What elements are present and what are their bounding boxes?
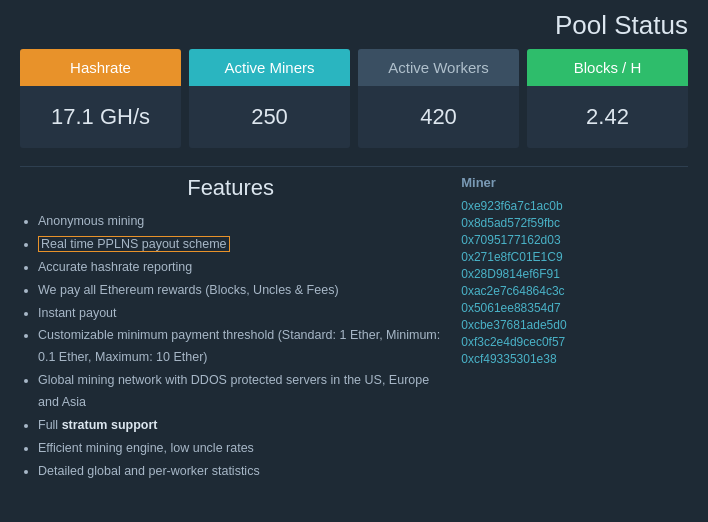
feature-item-8: Efficient mining engine, low uncle rates [38,438,441,460]
feature-bold-7: stratum support [62,418,158,432]
stat-card-header-blocks-h: Blocks / H [527,49,688,86]
stat-card-blocks-h: Blocks / H 2.42 [527,49,688,148]
stat-card-value-blocks-h: 2.42 [527,86,688,148]
feature-item-3: We pay all Ethereum rewards (Blocks, Unc… [38,280,441,302]
stats-cards: Hashrate 17.1 GH/s Active Miners 250 Act… [20,49,688,148]
pool-status-section: Pool Status Hashrate 17.1 GH/s Active Mi… [0,0,708,158]
feature-item-9: Detailed global and per-worker statistic… [38,461,441,483]
miner-address-7[interactable]: 0xcbe37681ade5d0 [461,318,688,332]
miner-address-5[interactable]: 0xac2e7c64864c3c [461,284,688,298]
miners-links: 0xe923f6a7c1ac0b0x8d5ad572f59fbc0x709517… [461,199,688,366]
stat-card-value-hashrate: 17.1 GH/s [20,86,181,148]
feature-link-1[interactable]: Real time PPLNS payout scheme [38,236,230,252]
feature-item-5: Customizable minimum payment threshold (… [38,325,441,369]
bottom-section: Features Anonymous miningReal time PPLNS… [0,175,708,484]
stat-card-header-active-miners: Active Miners [189,49,350,86]
stat-card-header-hashrate: Hashrate [20,49,181,86]
feature-item-7: Full stratum support [38,415,441,437]
stat-card-header-active-workers: Active Workers [358,49,519,86]
pool-status-title: Pool Status [20,10,688,41]
feature-item-6: Global mining network with DDOS protecte… [38,370,441,414]
miner-address-0[interactable]: 0xe923f6a7c1ac0b [461,199,688,213]
feature-item-1[interactable]: Real time PPLNS payout scheme [38,234,441,256]
miners-column: Miner 0xe923f6a7c1ac0b0x8d5ad572f59fbc0x… [461,175,688,484]
miner-address-6[interactable]: 0x5061ee88354d7 [461,301,688,315]
features-column: Features Anonymous miningReal time PPLNS… [20,175,441,484]
feature-item-2: Accurate hashrate reporting [38,257,441,279]
stat-card-active-miners: Active Miners 250 [189,49,350,148]
miner-address-4[interactable]: 0x28D9814ef6F91 [461,267,688,281]
stat-card-hashrate: Hashrate 17.1 GH/s [20,49,181,148]
miner-address-8[interactable]: 0xf3c2e4d9cec0f57 [461,335,688,349]
feature-item-0: Anonymous mining [38,211,441,233]
stat-card-active-workers: Active Workers 420 [358,49,519,148]
feature-item-4: Instant payout [38,303,441,325]
stat-card-value-active-miners: 250 [189,86,350,148]
features-title: Features [20,175,441,201]
section-divider [20,166,688,167]
miner-address-2[interactable]: 0x7095177162d03 [461,233,688,247]
features-list: Anonymous miningReal time PPLNS payout s… [20,211,441,483]
miner-address-3[interactable]: 0x271e8fC01E1C9 [461,250,688,264]
miner-address-9[interactable]: 0xcf49335301e38 [461,352,688,366]
miner-address-1[interactable]: 0x8d5ad572f59fbc [461,216,688,230]
miners-header: Miner [461,175,688,193]
stat-card-value-active-workers: 420 [358,86,519,148]
